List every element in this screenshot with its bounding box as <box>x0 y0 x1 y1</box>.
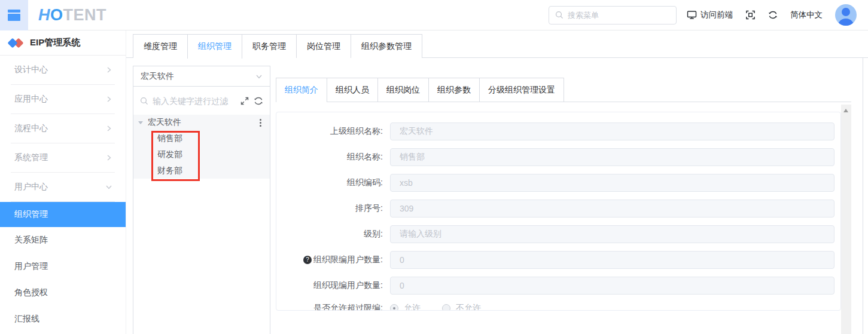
tab-org-members[interactable]: 组织人员 <box>327 78 378 102</box>
tab-org-parameter-management[interactable]: 组织参数管理 <box>351 34 422 58</box>
vertical-scrollbar[interactable] <box>841 105 851 334</box>
chevron-right-icon <box>105 154 112 161</box>
tab-org-profile[interactable]: 组织简介 <box>276 78 327 102</box>
sidebar-group-user-center[interactable]: 用户中心 <box>0 173 126 201</box>
sidebar-item-label: 角色授权 <box>14 287 48 298</box>
expand-icon <box>240 96 249 106</box>
scrollbar-up-arrow[interactable] <box>843 109 848 112</box>
sidebar-group-label: 系统管理 <box>14 152 48 163</box>
tree-filter-row <box>133 87 270 115</box>
visit-frontend-label: 访问前端 <box>701 10 733 20</box>
help-icon: ? <box>303 256 312 264</box>
sidebar-group-process-center[interactable]: 流程中心 <box>0 114 126 143</box>
fullscreen-button[interactable] <box>745 10 756 20</box>
form-row-org-name: 组织名称: 销售部 <box>276 144 840 170</box>
sidebar-item-label: 组织管理 <box>14 209 48 220</box>
tab-organization-management[interactable]: 组织管理 <box>187 34 242 59</box>
menu-search-box[interactable] <box>549 6 677 24</box>
tree-node-finance-dept[interactable]: 财务部 <box>133 163 270 179</box>
sidebar-item-role-authorization[interactable]: 角色授权 <box>0 280 126 306</box>
sidebar-group-label: 应用中心 <box>14 94 48 105</box>
tree-filter-input[interactable] <box>153 96 236 106</box>
sidebar-group-system-admin[interactable]: 系统管理 <box>0 143 126 172</box>
logo-letter-o: O <box>50 6 63 24</box>
field-label: 组织名称: <box>276 152 383 163</box>
sidebar-item-label: 汇报线 <box>14 314 39 324</box>
sidebar-group-label: 设计中心 <box>14 65 48 75</box>
tab-org-posts[interactable]: 组织岗位 <box>377 78 429 102</box>
user-avatar[interactable] <box>835 4 857 26</box>
form-row-limit-user-count: ? 组织限编用户数量: 0 <box>276 247 840 272</box>
app-window: HOTENT 访问前端 简体中文 EIP管理系统 <box>0 0 868 334</box>
field-label: ? 组织限编用户数量: <box>276 255 383 265</box>
avatar-person-icon <box>842 8 850 16</box>
sort-number-field[interactable]: 309 <box>390 200 835 217</box>
window-layout-icon <box>8 10 20 21</box>
parent-org-name-field[interactable]: 宏天软件 <box>390 122 835 140</box>
form-row-sort-number: 排序号: 309 <box>276 195 840 221</box>
field-label: 组织现编用户数量: <box>276 280 383 291</box>
form-row-parent-org-name: 上级组织名称: 宏天软件 <box>276 118 840 144</box>
visit-frontend-link[interactable]: 访问前端 <box>687 10 733 20</box>
fullscreen-icon <box>745 10 756 20</box>
current-user-count-field[interactable]: 0 <box>390 277 835 295</box>
chevron-right-icon <box>105 96 112 103</box>
form-row-level: 级别: 请输入级别 <box>276 221 840 247</box>
tab-content-card: 宏天软件 宏天软件 <box>126 58 863 334</box>
expand-tree-button[interactable] <box>240 96 249 106</box>
collapse-menu-button[interactable] <box>0 0 28 30</box>
sidebar-item-label: 用户管理 <box>14 261 48 272</box>
limit-user-count-field[interactable]: 0 <box>390 251 835 269</box>
sidebar-group-label: 流程中心 <box>14 123 48 134</box>
detail-tabs: 组织简介 组织人员 组织岗位 组织参数 分级组织管理设置 <box>276 78 851 102</box>
sidebar-group-label: 用户中心 <box>14 182 48 192</box>
radio-allow[interactable] <box>390 304 398 311</box>
field-label: 级别: <box>276 229 383 240</box>
level-field[interactable]: 请输入级别 <box>390 225 835 243</box>
refresh-button[interactable] <box>768 10 778 20</box>
chevron-right-icon <box>105 66 112 73</box>
org-name-field[interactable]: 销售部 <box>390 148 835 166</box>
logo-letter-h: H <box>38 6 50 24</box>
tree-node-label: 宏天软件 <box>148 117 181 128</box>
chevron-right-icon <box>105 125 112 132</box>
dimension-select-value: 宏天软件 <box>141 71 174 82</box>
field-label: 上级组织名称: <box>276 126 383 137</box>
sidebar-item-org-management[interactable]: 组织管理 <box>0 202 126 227</box>
system-title-row: EIP管理系统 <box>0 30 126 56</box>
org-code-field[interactable]: xsb <box>390 174 835 192</box>
sidebar-group-app-center[interactable]: 应用中心 <box>0 85 126 114</box>
tree-node-sales-dept[interactable]: 销售部 <box>133 130 270 146</box>
tab-post-management[interactable]: 岗位管理 <box>296 34 351 58</box>
tree-node-label: 财务部 <box>157 166 182 176</box>
sidebar-item-relation-matrix[interactable]: 关系矩阵 <box>0 227 126 253</box>
sidebar-item-user-management[interactable]: 用户管理 <box>0 253 126 280</box>
tree-node-rd-dept[interactable]: 研发部 <box>133 146 270 163</box>
tab-hierarchical-org-settings[interactable]: 分级组织管理设置 <box>479 78 564 102</box>
refresh-tree-button[interactable] <box>254 96 263 106</box>
radio-disallow[interactable] <box>442 304 450 311</box>
monitor-icon <box>687 10 697 20</box>
node-actions-menu-icon[interactable] <box>258 118 263 128</box>
search-icon <box>555 11 564 19</box>
org-tree-panel: 宏天软件 宏天软件 <box>133 66 270 334</box>
module-tabs: 维度管理 组织管理 职务管理 岗位管理 组织参数管理 <box>126 30 868 58</box>
menu-search-input[interactable] <box>568 11 670 20</box>
org-profile-form: 上级组织名称: 宏天软件 组织名称: 销售部 组织编码: xsb 排序号: 30… <box>276 112 841 311</box>
tab-org-parameters[interactable]: 组织参数 <box>428 78 480 102</box>
system-title: EIP管理系统 <box>30 37 80 48</box>
dimension-select[interactable]: 宏天软件 <box>133 66 270 87</box>
eip-logo-icon <box>8 38 24 48</box>
caret-down-icon <box>138 119 144 125</box>
chevron-down-icon <box>105 183 112 191</box>
sidebar-group-design-center[interactable]: 设计中心 <box>0 56 126 84</box>
top-header: HOTENT 访问前端 简体中文 <box>0 0 868 30</box>
sidebar-item-report-line[interactable]: 汇报线 <box>0 306 126 332</box>
allow-exceed-radio-group: 允许 不允许 <box>390 303 502 311</box>
tab-position-management[interactable]: 职务管理 <box>242 34 297 58</box>
tab-dimension-management[interactable]: 维度管理 <box>133 34 188 58</box>
radio-allow-label: 允许 <box>404 303 421 311</box>
tree-node-root[interactable]: 宏天软件 <box>133 115 270 130</box>
language-switcher[interactable]: 简体中文 <box>790 10 823 20</box>
field-label: 组织编码: <box>276 177 383 188</box>
